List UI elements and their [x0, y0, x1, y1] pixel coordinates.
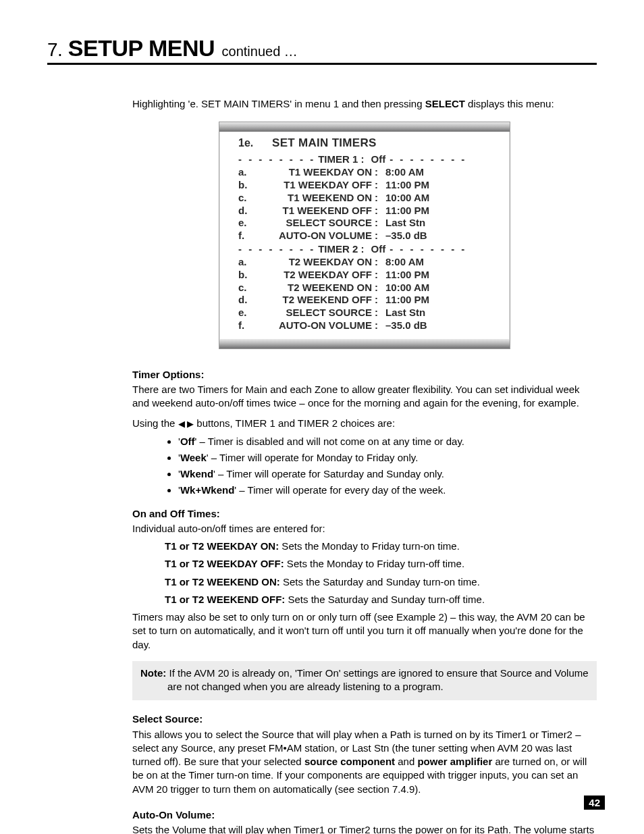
timer-option-bullet: 'Wk+Wkend' – Timer will operate for ever…	[178, 484, 597, 497]
menu-index: 1e.	[238, 136, 272, 151]
ss-b1: source component	[304, 756, 395, 767]
timer-options-head: Timer Options:	[132, 368, 597, 382]
menu-row-label: AUTO-ON VOLUME	[260, 230, 375, 242]
note-label: Note:	[140, 667, 166, 679]
page-number: 42	[584, 796, 605, 810]
menu-row-label: T1 WEEKEND ON	[260, 192, 375, 205]
menu-row-value: –35.0 dB	[381, 230, 427, 242]
menu-row-label: T2 WEEKDAY ON	[260, 256, 375, 269]
menu-row-label: T2 WEEKEND ON	[260, 282, 375, 294]
menu-row-value: 8:00 AM	[381, 166, 424, 179]
note-box: Note: If the AVM 20 is already on, 'Time…	[132, 661, 597, 701]
menu-row-letter: b.	[238, 179, 260, 192]
onoff-defs: T1 or T2 WEEKDAY ON: Sets the Monday to …	[165, 540, 597, 606]
menu-row: f.AUTO-ON VOLUME:–35.0 dB	[238, 230, 491, 242]
menu-row-value: 11:00 PM	[381, 294, 429, 307]
menu-row-colon: :	[375, 179, 381, 192]
menu-row-letter: a.	[238, 166, 260, 179]
menu-top-bar	[219, 122, 510, 132]
menu-row-letter: f.	[238, 319, 260, 332]
menu-row: d.T2 WEEKEND OFF:11:00 PM	[238, 294, 491, 307]
intro-post: displays this menu:	[465, 98, 554, 109]
onoff-def-row: T1 or T2 WEEKDAY ON: Sets the Monday to …	[165, 540, 597, 553]
menu-timer2-divider: - - - - - - - - TIMER 2 : Off - - - - - …	[238, 242, 491, 256]
menu-row-letter: b.	[238, 269, 260, 282]
menu-row: e.SELECT SOURCE:Last Stn	[238, 217, 491, 230]
menu-row-value: 8:00 AM	[381, 256, 424, 269]
section-number: 7.	[47, 39, 62, 60]
menu-row: a.T1 WEEKDAY ON:8:00 AM	[238, 166, 491, 179]
menu-row-letter: a.	[238, 256, 260, 269]
menu-row-colon: :	[375, 282, 381, 294]
timer-options-p1: There are two Timers for Main and each Z…	[132, 383, 597, 411]
intro-text: Highlighting 'e. SET MAIN TIMERS' in men…	[132, 97, 597, 111]
menu-bottom-bar	[219, 339, 510, 348]
menu-row: b.T1 WEEKDAY OFF:11:00 PM	[238, 179, 491, 192]
menu-row-letter: d.	[238, 294, 260, 307]
onoff-def-row: T1 or T2 WEEKEND OFF: Sets the Saturday …	[165, 593, 597, 606]
timer2-value: Off	[367, 242, 390, 256]
menu-row-letter: c.	[238, 192, 260, 205]
onoff-p1: Individual auto-on/off times are entered…	[132, 522, 597, 536]
menu-row-letter: e.	[238, 217, 260, 230]
menu-row-colon: :	[375, 217, 381, 230]
menu-row-colon: :	[375, 256, 381, 269]
menu-row: d.T1 WEEKEND OFF:11:00 PM	[238, 205, 491, 217]
menu-row: e.SELECT SOURCE:Last Stn	[238, 307, 491, 319]
intro-bold: SELECT	[425, 98, 465, 109]
select-source-head: Select Source:	[132, 712, 597, 726]
menu-row: f.AUTO-ON VOLUME:–35.0 dB	[238, 319, 491, 332]
section-title: SETUP MENU	[68, 35, 215, 61]
menu-row-value: 11:00 PM	[381, 269, 429, 282]
menu-row-label: T1 WEEKDAY ON	[260, 166, 375, 179]
menu-screenshot: 1e. SET MAIN TIMERS - - - - - - - - TIME…	[219, 122, 510, 348]
ss-mid: and	[395, 756, 417, 767]
menu-row-colon: :	[375, 205, 381, 217]
onoff-def-row: T1 or T2 WEEKDAY OFF: Sets the Monday to…	[165, 557, 597, 571]
timer-options-p2: Using the ◀ ▶ buttons, TIMER 1 and TIMER…	[132, 417, 597, 430]
ss-b2: power amplifier	[417, 756, 492, 767]
menu-row-label: T1 WEEKEND OFF	[260, 205, 375, 217]
page-header: 7. SETUP MENU continued …	[47, 35, 597, 65]
menu-row-value: Last Stn	[381, 217, 425, 230]
menu-row: c.T1 WEEKEND ON:10:00 AM	[238, 192, 491, 205]
section-continued: continued …	[222, 44, 298, 59]
timer-option-bullet: 'Off' – Timer is disabled and will not c…	[178, 435, 597, 448]
menu-row-value: 10:00 AM	[381, 192, 429, 205]
menu-row-label: SELECT SOURCE	[260, 307, 375, 319]
menu-row-label: SELECT SOURCE	[260, 217, 375, 230]
menu-row-label: T1 WEEKDAY OFF	[260, 179, 375, 192]
menu-row-colon: :	[375, 166, 381, 179]
select-source-p: This allows you to select the Source tha…	[132, 728, 597, 796]
menu-row-colon: :	[375, 192, 381, 205]
menu-row-letter: f.	[238, 230, 260, 242]
menu-row-letter: c.	[238, 282, 260, 294]
onoff-head: On and Off Times:	[132, 507, 597, 521]
menu-row-value: 10:00 AM	[381, 282, 429, 294]
menu-row-letter: d.	[238, 205, 260, 217]
menu-row: a.T2 WEEKDAY ON:8:00 AM	[238, 256, 491, 269]
menu-row-label: T2 WEEKDAY OFF	[260, 269, 375, 282]
menu-row-colon: :	[375, 294, 381, 307]
menu-row-value: 11:00 PM	[381, 179, 429, 192]
onoff-p2: Timers may also be set to only turn on o…	[132, 610, 597, 652]
autoon-head: Auto-On Volume:	[132, 808, 597, 822]
menu-row-colon: :	[375, 230, 381, 242]
timer1-label: TIMER 1 :	[315, 153, 367, 166]
menu-row-colon: :	[375, 319, 381, 332]
timer-options-bullets: 'Off' – Timer is disabled and will not c…	[132, 435, 597, 498]
note-text: If the AVM 20 is already on, 'Timer On' …	[166, 667, 588, 692]
menu-row-label: AUTO-ON VOLUME	[260, 319, 375, 332]
arrow-icons: ◀ ▶	[178, 419, 194, 429]
p2-post: buttons, TIMER 1 and TIMER 2 choices are…	[194, 417, 395, 429]
intro-pre: Highlighting 'e. SET MAIN TIMERS' in men…	[132, 98, 425, 109]
menu-row-label: T2 WEEKEND OFF	[260, 294, 375, 307]
timer-option-bullet: 'Week' – Timer will operate for Monday t…	[178, 451, 597, 465]
onoff-def-row: T1 or T2 WEEKEND ON: Sets the Saturday a…	[165, 575, 597, 589]
menu-row-colon: :	[375, 307, 381, 319]
p2-pre: Using the	[132, 417, 178, 429]
menu-row-value: –35.0 dB	[381, 319, 427, 332]
menu-row: b.T2 WEEKDAY OFF:11:00 PM	[238, 269, 491, 282]
menu-timer1-divider: - - - - - - - - TIMER 1 : Off - - - - - …	[238, 153, 491, 166]
menu-row-colon: :	[375, 269, 381, 282]
